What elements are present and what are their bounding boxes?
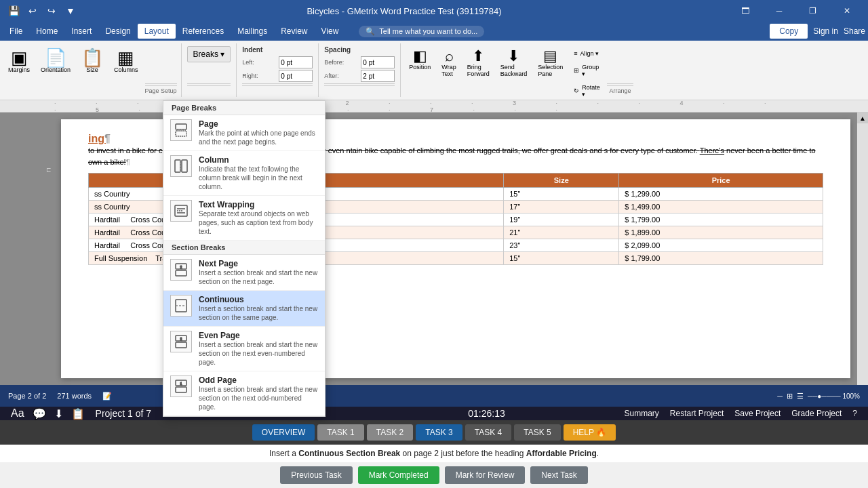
indent-left-input[interactable] <box>279 56 313 68</box>
grade-link[interactable]: Grade Project <box>791 409 842 418</box>
group-label: Group ▾ <box>582 64 600 77</box>
instruction-bold-1: Continuous Section Break <box>298 449 400 458</box>
save-project-link[interactable]: Save Project <box>734 409 781 418</box>
margins-button[interactable]: ▣ Margins <box>4 46 34 76</box>
rotate-button[interactable]: ↻ Rotate ▾ <box>570 81 604 100</box>
undo-icon[interactable]: ↩ <box>24 3 41 19</box>
menu-insert[interactable]: Insert <box>64 24 98 39</box>
help-button[interactable]: HELP 🔥 <box>564 424 616 441</box>
cell-size-2: 17" <box>504 201 619 214</box>
sign-in-link[interactable]: Sign in <box>813 26 838 36</box>
wrap-text-button[interactable]: ⌕ WrapText <box>437 46 460 80</box>
maximize-icon[interactable]: ❐ <box>797 0 829 22</box>
send-backward-icon: ⬇ <box>507 49 519 64</box>
task1-button[interactable]: TASK 1 <box>317 424 363 441</box>
columns-button[interactable]: ▦ Columns <box>110 46 142 76</box>
menu-mailings[interactable]: Mailings <box>231 24 274 39</box>
selection-pane-button[interactable]: ▤ SelectionPane <box>534 46 567 80</box>
track-changes-icon: 📝 <box>102 392 112 401</box>
menu-layout[interactable]: Layout <box>138 24 176 39</box>
tell-me-box[interactable]: 🔍 Tell me what you want to do... <box>359 26 484 37</box>
page-setup-label: Page Setup <box>145 85 177 94</box>
close-icon[interactable]: ✕ <box>831 0 863 22</box>
cell-price-4: $ 1,899.00 <box>619 226 823 239</box>
font-icon[interactable]: Aa <box>11 407 24 420</box>
next-task-button[interactable]: Next Task <box>530 466 587 484</box>
indent-right-input[interactable] <box>279 70 313 82</box>
view-web-icon[interactable]: ☰ <box>797 392 804 401</box>
position-icon: ◧ <box>413 49 427 64</box>
comment-icon[interactable]: 💬 <box>33 407 46 420</box>
size-icon: 📋 <box>81 49 103 66</box>
break-column-item[interactable]: Column Indicate that the text following … <box>163 151 325 196</box>
menu-references[interactable]: References <box>176 24 231 39</box>
indent-section-label <box>242 85 313 94</box>
arrange-section-label: Arrange <box>607 85 634 94</box>
mark-completed-button[interactable]: Mark Completed <box>358 466 439 484</box>
view-normal-icon[interactable]: ─ <box>777 392 783 400</box>
overview-button[interactable]: OVERVIEW <box>252 424 315 441</box>
instruction-bold-2: Affordable Pricing <box>526 449 597 458</box>
customize-icon[interactable]: ▼ <box>62 3 79 19</box>
breaks-label: Breaks ▾ <box>193 49 225 59</box>
menu-file[interactable]: File <box>3 24 29 39</box>
break-odd-page-text: Odd Page Insert a section break and star… <box>199 375 318 411</box>
window-controls: 🗖 ─ ❐ ✕ <box>730 0 863 22</box>
redo-icon[interactable]: ↪ <box>43 3 60 19</box>
cell-price-5: $ 2,099.00 <box>619 239 823 252</box>
instruction-bar: Insert a Continuous Section Break on pag… <box>0 445 868 462</box>
spacing-group: Spacing Before: After: <box>319 43 401 97</box>
break-page-item[interactable]: Page Mark the point at which one page en… <box>163 115 325 151</box>
mark-review-button[interactable]: Mark for Review <box>445 466 526 484</box>
break-odd-page-item[interactable]: 1 Odd Page Insert a section break and st… <box>163 371 325 416</box>
orientation-button[interactable]: 📄 Orientation <box>37 46 75 76</box>
group-button[interactable]: ⊞ Group ▾ <box>570 61 604 80</box>
task2-button[interactable]: TASK 2 <box>367 424 413 441</box>
menu-review[interactable]: Review <box>274 24 314 39</box>
break-next-page-title: Next Page <box>199 259 318 268</box>
send-backward-button[interactable]: ⬇ SendBackward <box>496 46 532 80</box>
spacing-before-input[interactable] <box>361 56 395 68</box>
download-icon[interactable]: ⬇ <box>54 407 63 420</box>
indent-left-label: Left: <box>242 59 276 66</box>
save-icon[interactable]: 💾 <box>5 3 22 19</box>
restore-icon[interactable]: 🗖 <box>730 0 761 22</box>
task3-button[interactable]: TASK 3 <box>416 424 462 441</box>
menu-view[interactable]: View <box>315 24 346 39</box>
menu-design[interactable]: Design <box>98 24 137 39</box>
copy-button[interactable]: Copy <box>770 24 808 39</box>
break-even-page-item[interactable]: 2 Even Page Insert a section break and s… <box>163 327 325 371</box>
margins-icon: ▣ <box>11 49 28 66</box>
restart-link[interactable]: Restart Project <box>670 409 724 418</box>
task4-button[interactable]: TASK 4 <box>465 424 511 441</box>
group-icon: ⊞ <box>574 67 579 74</box>
break-continuous-item[interactable]: Continuous Insert a section break and st… <box>163 291 325 327</box>
break-text-wrap-item[interactable]: Text Wrapping Separate text around objec… <box>163 196 325 241</box>
break-next-page-item[interactable]: 2 Next Page Insert a section break and s… <box>163 255 325 291</box>
svg-rect-17 <box>176 342 186 348</box>
spacing-after-input[interactable] <box>361 70 395 82</box>
scroll-bar[interactable]: ▲ <box>857 113 868 385</box>
breaks-section-label <box>187 85 231 94</box>
gmetrix-icons: Aa 💬 ⬇ 📋 <box>11 407 85 420</box>
scroll-up-btn[interactable]: ▲ <box>857 113 868 123</box>
align-button[interactable]: ≡ Align ▾ <box>570 47 604 60</box>
task5-button[interactable]: TASK 5 <box>514 424 560 441</box>
ribbon: ▣ Margins 📄 Orientation 📋 Size ▦ Columns… <box>0 41 868 100</box>
help-link[interactable]: ? <box>852 409 857 418</box>
previous-task-button[interactable]: Previous Task <box>280 466 352 484</box>
spacing-before-label: Before: <box>324 59 358 66</box>
bring-forward-button[interactable]: ⬆ BringForward <box>463 46 494 80</box>
share-link[interactable]: Share <box>844 26 865 36</box>
break-next-page-text: Next Page Insert a section break and sta… <box>199 259 318 286</box>
zoom-slider[interactable]: ──●──── 100% <box>808 392 860 400</box>
breaks-button[interactable]: Breaks ▾ <box>187 46 231 62</box>
position-button[interactable]: ◧ Position <box>405 46 435 73</box>
clipboard-icon[interactable]: 📋 <box>71 407 85 420</box>
align-icon: ≡ <box>574 50 577 57</box>
view-print-icon[interactable]: ⊞ <box>787 392 793 401</box>
summary-link[interactable]: Summary <box>625 409 659 418</box>
menu-home[interactable]: Home <box>29 24 64 39</box>
size-button[interactable]: 📋 Size <box>77 46 107 76</box>
minimize-icon[interactable]: ─ <box>764 0 795 22</box>
